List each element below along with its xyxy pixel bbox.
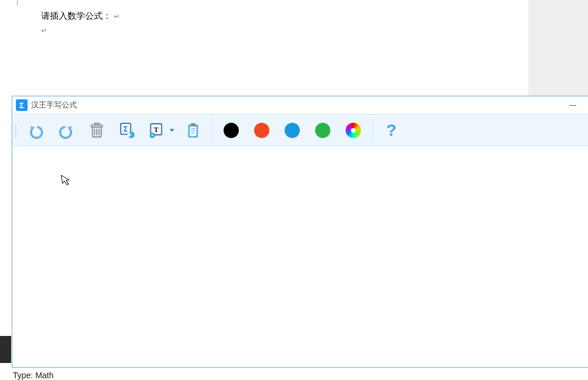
toolbar-separator [372, 119, 373, 142]
toolbar-grip-icon [13, 119, 18, 142]
svg-text:Σ: Σ [124, 125, 128, 133]
insert-text-button[interactable]: T + [144, 117, 177, 144]
window-minimize-button[interactable] [561, 97, 584, 113]
toolbar: Σ T + [12, 114, 588, 146]
paragraph-mark-icon: ↵ [111, 12, 120, 21]
color-black-button[interactable] [217, 117, 245, 144]
svg-rect-2 [94, 123, 99, 125]
svg-text:+: + [151, 133, 154, 138]
formula-window: Σ 汉王手写公式 [12, 96, 588, 368]
insert-formula-button[interactable]: Σ [113, 117, 141, 144]
clipboard-button[interactable] [179, 117, 207, 144]
help-icon: ? [386, 121, 396, 140]
trash-icon [88, 122, 106, 139]
text-box-icon: T + [148, 122, 165, 139]
document-margin-shade [518, 0, 588, 97]
svg-text:T: T [154, 125, 159, 133]
delete-button[interactable] [83, 117, 111, 144]
color-picker-button[interactable] [339, 117, 367, 144]
redo-icon [58, 122, 75, 139]
undo-button[interactable] [22, 117, 50, 144]
redo-button[interactable] [52, 117, 80, 144]
window-title: 汉王手写公式 [31, 100, 77, 110]
blue-circle-icon [285, 123, 300, 138]
handwriting-canvas[interactable] [12, 146, 588, 367]
titlebar[interactable]: Σ 汉王手写公式 [12, 96, 588, 114]
color-red-button[interactable] [248, 117, 276, 144]
color-wheel-icon [346, 123, 361, 138]
color-blue-button[interactable] [278, 117, 306, 144]
black-circle-icon [224, 123, 239, 138]
paragraph-mark-icon: ↵ [41, 25, 120, 36]
app-sigma-icon: Σ [16, 99, 28, 111]
prompt-line: 请插入数学公式： [41, 11, 111, 21]
help-button[interactable]: ? [377, 117, 405, 144]
status-dark-edge [0, 336, 11, 363]
toolbar-separator [212, 119, 212, 142]
red-circle-icon [254, 123, 269, 138]
clipboard-icon [184, 122, 202, 139]
formula-sigma-icon: Σ [119, 122, 136, 139]
chevron-down-icon [170, 129, 174, 132]
status-type-label: Type: Math [13, 371, 53, 380]
undo-icon [27, 122, 45, 139]
color-green-button[interactable] [309, 117, 337, 144]
green-circle-icon [315, 123, 330, 138]
mouse-cursor-icon [60, 173, 72, 189]
document-text: 请插入数学公式：↵ ↵ [41, 8, 120, 36]
svg-rect-15 [191, 123, 195, 126]
